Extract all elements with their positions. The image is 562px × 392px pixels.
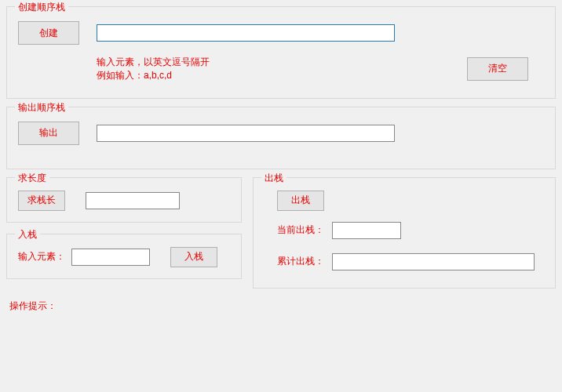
create-hint-line1: 输入元素，以英文逗号隔开 bbox=[97, 56, 210, 69]
length-button[interactable]: 求栈长 bbox=[18, 191, 65, 211]
output-field[interactable] bbox=[97, 125, 395, 142]
length-field[interactable] bbox=[86, 192, 180, 209]
push-panel: 入栈 输入元素： 入栈 bbox=[6, 234, 242, 279]
push-button[interactable]: 入栈 bbox=[170, 247, 217, 267]
create-hint: 输入元素，以英文逗号隔开 例如输入：a,b,c,d bbox=[97, 56, 210, 82]
create-input[interactable] bbox=[97, 24, 395, 42]
pop-cumulative-field[interactable] bbox=[332, 253, 535, 270]
length-legend: 求长度 bbox=[15, 172, 49, 185]
create-hint-line2: 例如输入：a,b,c,d bbox=[97, 69, 210, 82]
pop-legend: 出栈 bbox=[261, 172, 286, 185]
push-legend: 入栈 bbox=[15, 228, 40, 241]
create-button[interactable]: 创建 bbox=[18, 21, 79, 45]
output-stack-panel: 输出顺序栈 输出 bbox=[6, 107, 556, 169]
output-button[interactable]: 输出 bbox=[18, 122, 79, 145]
tips-label: 操作提示： bbox=[9, 300, 57, 311]
push-input[interactable] bbox=[71, 249, 150, 266]
pop-current-label: 当前出栈： bbox=[277, 223, 326, 237]
pop-button[interactable]: 出栈 bbox=[277, 191, 324, 211]
clear-button[interactable]: 清空 bbox=[467, 57, 528, 81]
pop-cumulative-label: 累计出栈： bbox=[277, 255, 326, 268]
pop-panel: 出栈 出栈 当前出栈： 累计出栈： bbox=[253, 177, 556, 289]
push-label: 输入元素： bbox=[18, 250, 65, 263]
length-panel: 求长度 求栈长 bbox=[6, 177, 242, 223]
create-stack-panel: 创建顺序栈 创建 输入元素，以英文逗号隔开 例如输入：a,b,c,d 清空 bbox=[6, 6, 556, 99]
pop-current-field[interactable] bbox=[332, 222, 401, 239]
output-stack-legend: 输出顺序栈 bbox=[15, 101, 68, 114]
create-stack-legend: 创建顺序栈 bbox=[15, 1, 68, 14]
